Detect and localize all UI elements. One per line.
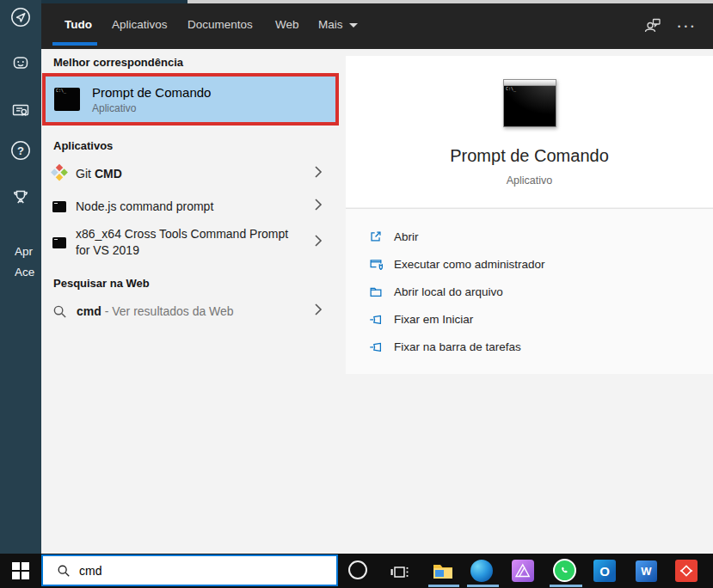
running-indicator-edge bbox=[467, 585, 499, 587]
terminal-icon bbox=[52, 237, 66, 248]
trophy-icon[interactable] bbox=[9, 186, 32, 208]
app-result-x86-x64-cross-tools[interactable]: x86_x64 Cross Tools Command Prompt for V… bbox=[41, 223, 340, 262]
search-header: Tudo Aplicativos Documentos Web Mais bbox=[41, 3, 713, 49]
preview-subtitle: Aplicativo bbox=[346, 175, 713, 187]
best-match-header: Melhor correspondência bbox=[53, 56, 183, 69]
preview-title: Prompt de Comando bbox=[346, 146, 713, 166]
pin-icon bbox=[368, 339, 384, 354]
outlook-icon[interactable]: O bbox=[593, 560, 616, 582]
file-explorer-icon[interactable] bbox=[432, 560, 454, 582]
action-fixar-em-iniciar[interactable]: Fixar em Iniciar bbox=[346, 305, 713, 333]
search-results-panel: Melhor correspondência C:\_ Prompt de Co… bbox=[41, 49, 340, 550]
search-icon bbox=[57, 564, 71, 578]
best-match-subtitle: Aplicativo bbox=[92, 102, 211, 114]
open-icon bbox=[368, 229, 384, 244]
preview-card: C:\_ Prompt de Comando Aplicativo bbox=[346, 56, 713, 207]
windows-search-screen: ? Apr Ace Tudo Aplicativos Documentos We… bbox=[0, 0, 713, 588]
chevron-right-icon bbox=[314, 198, 323, 215]
action-executar-como-administrador[interactable]: Executar como administrador bbox=[346, 250, 713, 278]
best-match-title: Prompt de Comando bbox=[92, 85, 211, 100]
app-result-git-cmd[interactable]: GitCMD bbox=[41, 159, 340, 188]
start-button[interactable] bbox=[0, 554, 41, 588]
svg-text:?: ? bbox=[17, 144, 24, 157]
app-result-nodejs[interactable]: Node.js command prompt bbox=[41, 192, 340, 221]
robot-icon[interactable] bbox=[9, 52, 32, 74]
search-input[interactable] bbox=[79, 564, 294, 578]
cortana-icon[interactable] bbox=[348, 560, 367, 579]
preview-panel: C:\_ Prompt de Comando Aplicativo Abrir … bbox=[340, 49, 713, 550]
red-app-icon[interactable] bbox=[675, 560, 698, 582]
best-match-result[interactable]: C:\_ Prompt de Comando Aplicativo bbox=[42, 73, 339, 126]
apps-section-header: Aplicativos bbox=[53, 139, 113, 152]
send-icon[interactable] bbox=[9, 6, 32, 28]
terminal-icon bbox=[52, 201, 66, 212]
whatsapp-icon[interactable] bbox=[553, 559, 576, 582]
start-menu-item-truncated[interactable]: Ace bbox=[15, 266, 41, 279]
folder-icon bbox=[368, 284, 384, 299]
preview-actions: Abrir Executar como administrador Abrir … bbox=[346, 208, 713, 374]
taskbar: O W bbox=[0, 554, 713, 588]
taskbar-search-box bbox=[41, 554, 338, 586]
running-indicator-file-explorer bbox=[428, 585, 459, 587]
chevron-right-icon bbox=[314, 303, 323, 320]
tab-mais[interactable]: Mais bbox=[318, 18, 358, 31]
search-icon bbox=[52, 304, 67, 319]
tab-aplicativos[interactable]: Aplicativos bbox=[112, 18, 168, 31]
word-icon[interactable]: W bbox=[636, 560, 657, 582]
affinity-photo-icon[interactable] bbox=[512, 560, 534, 582]
active-tab-underline bbox=[52, 42, 97, 46]
certificate-search-icon[interactable] bbox=[9, 99, 32, 121]
start-menu-item-truncated[interactable]: Apr bbox=[15, 245, 41, 258]
start-sidebar: ? Apr Ace bbox=[0, 0, 41, 554]
feedback-user-icon[interactable] bbox=[642, 15, 664, 37]
git-icon bbox=[50, 164, 70, 184]
pin-icon bbox=[368, 311, 384, 327]
tab-documentos[interactable]: Documentos bbox=[187, 18, 253, 31]
web-section-header: Pesquisar na Web bbox=[53, 277, 150, 290]
web-search-result[interactable]: cmd - Ver resultados da Web bbox=[41, 297, 340, 326]
running-indicator-whatsapp bbox=[550, 585, 582, 587]
task-view-icon[interactable] bbox=[389, 561, 409, 582]
chevron-right-icon bbox=[314, 234, 323, 251]
edge-icon[interactable] bbox=[470, 560, 493, 582]
action-abrir[interactable]: Abrir bbox=[346, 223, 713, 250]
chevron-right-icon bbox=[314, 165, 323, 182]
tab-web[interactable]: Web bbox=[275, 18, 299, 31]
action-fixar-na-barra-de-tarefas[interactable]: Fixar na barra de tarefas bbox=[346, 333, 713, 360]
tab-tudo[interactable]: Tudo bbox=[65, 18, 92, 31]
cmd-terminal-icon: C:\_ bbox=[54, 88, 80, 111]
admin-shield-icon bbox=[368, 256, 384, 272]
more-options-icon[interactable] bbox=[678, 17, 694, 32]
help-icon[interactable]: ? bbox=[9, 139, 32, 162]
cmd-terminal-large-icon: C:\_ bbox=[503, 79, 556, 127]
chevron-down-icon bbox=[349, 23, 358, 28]
action-abrir-local-do-arquivo[interactable]: Abrir local do arquivo bbox=[346, 278, 713, 305]
windows-logo-icon bbox=[12, 562, 29, 579]
